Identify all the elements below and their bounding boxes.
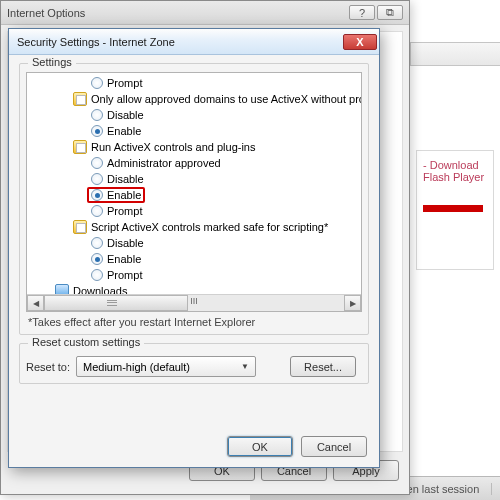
radio-icon (91, 173, 103, 185)
help-button[interactable]: ? (349, 5, 375, 20)
internet-options-title: Internet Options (7, 7, 85, 19)
item-downloads[interactable]: Downloads (27, 283, 361, 294)
scroll-right-arrow[interactable]: ▶ (344, 295, 361, 311)
question-icon: ? (359, 7, 365, 19)
radio-admin-approved[interactable]: Administrator approved (27, 155, 361, 171)
security-settings-dialog: Security Settings - Internet Zone X Sett… (8, 28, 380, 468)
download-flash-panel[interactable]: - Download Flash Player (416, 150, 494, 270)
activex-icon (73, 220, 87, 234)
close-icon: X (356, 36, 363, 48)
radio-prompt-2[interactable]: Prompt (27, 203, 361, 219)
radio-prompt[interactable]: Prompt (27, 75, 361, 91)
item-run-activex[interactable]: Run ActiveX controls and plug-ins (27, 139, 361, 155)
radio-icon (91, 205, 103, 217)
inprivate[interactable]: InPriva (491, 483, 500, 495)
settings-tree: Prompt Only allow approved domains to us… (26, 72, 362, 312)
reset-level-value: Medium-high (default) (83, 361, 190, 373)
settings-tree-viewport[interactable]: Prompt Only allow approved domains to us… (27, 73, 361, 294)
radio-icon (91, 269, 103, 281)
reset-group: Reset custom settings Reset to: Medium-h… (19, 343, 369, 384)
radio-icon (91, 109, 103, 121)
radio-enable[interactable]: Enable (27, 123, 361, 139)
chevron-down-icon: ▼ (241, 362, 249, 371)
item-script-activex[interactable]: Script ActiveX controls marked safe for … (27, 219, 361, 235)
item-only-allow-approved[interactable]: Only allow approved domains to use Activ… (27, 91, 361, 107)
radio-icon (91, 157, 103, 169)
close-icon: ⧉ (386, 6, 394, 19)
dialog-titlebar[interactable]: Security Settings - Internet Zone X (9, 29, 379, 55)
radio-icon (91, 253, 103, 265)
radio-icon (91, 77, 103, 89)
reset-group-label: Reset custom settings (28, 336, 144, 348)
dialog-footer: OK Cancel (227, 436, 367, 457)
reset-button[interactable]: Reset... (290, 356, 356, 377)
activex-icon (73, 92, 87, 106)
radio-icon (91, 189, 103, 201)
radio-icon (91, 237, 103, 249)
scroll-track[interactable]: III (44, 295, 344, 311)
scroll-thumb[interactable] (44, 295, 188, 311)
horizontal-scrollbar[interactable]: ◀ III ▶ (27, 294, 361, 311)
radio-prompt-3[interactable]: Prompt (27, 267, 361, 283)
settings-group: Settings Prompt Only allow approved doma… (19, 63, 369, 335)
radio-enable-highlighted[interactable]: Enable (27, 187, 361, 203)
red-underline (423, 205, 483, 212)
activex-icon (73, 140, 87, 154)
download-text-2: Flash Player (423, 171, 487, 183)
download-text-1: - Download (423, 159, 487, 171)
radio-disable-3[interactable]: Disable (27, 235, 361, 251)
scroll-left-arrow[interactable]: ◀ (27, 295, 44, 311)
ie-background: - Download Flash Player Reopen closed ta… (410, 0, 500, 500)
close-button[interactable]: ⧉ (377, 5, 403, 20)
dialog-close-button[interactable]: X (343, 34, 377, 50)
radio-icon (91, 125, 103, 137)
dialog-cancel-button[interactable]: Cancel (301, 436, 367, 457)
browser-tab[interactable] (410, 42, 500, 66)
dialog-title: Security Settings - Internet Zone (17, 36, 175, 48)
highlight-annotation: Enable (87, 187, 145, 203)
downloads-icon (55, 284, 69, 294)
radio-disable[interactable]: Disable (27, 107, 361, 123)
settings-label: Settings (28, 56, 76, 68)
restart-note: *Takes effect after you restart Internet… (28, 316, 360, 328)
reset-to-label: Reset to: (26, 361, 70, 373)
internet-options-titlebar[interactable]: Internet Options ? ⧉ (1, 1, 409, 25)
radio-enable-3[interactable]: Enable (27, 251, 361, 267)
radio-disable-2[interactable]: Disable (27, 171, 361, 187)
scroll-marker: III (190, 296, 198, 306)
reset-level-select[interactable]: Medium-high (default) ▼ (76, 356, 256, 377)
dialog-ok-button[interactable]: OK (227, 436, 293, 457)
